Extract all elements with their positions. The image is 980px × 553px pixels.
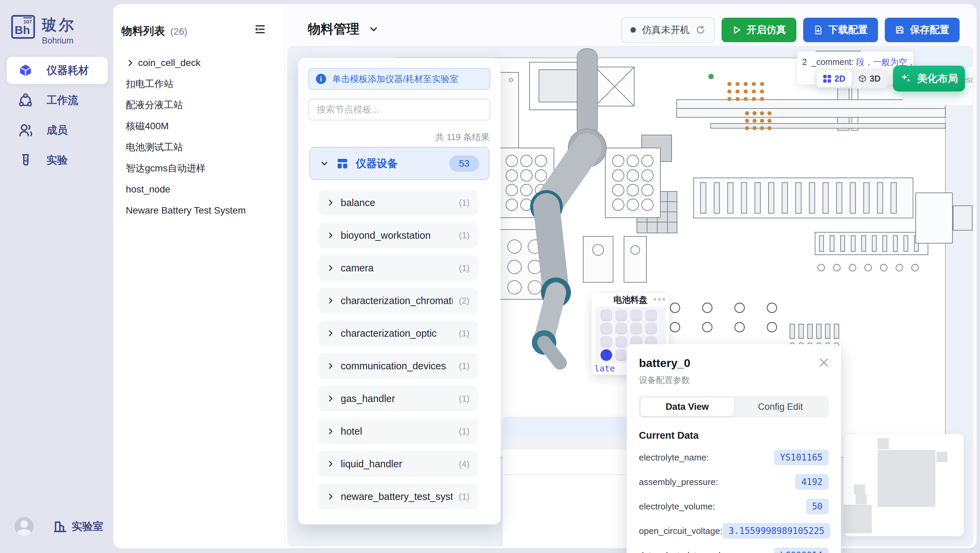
- grid-2d-icon: [823, 75, 831, 83]
- minimap[interactable]: [843, 433, 964, 536]
- tray-slot-selected[interactable]: [600, 349, 612, 361]
- template-item-label: neware_battery_test_system: [341, 491, 453, 502]
- tooltip-prefix: 2: [802, 57, 807, 67]
- material-item[interactable]: 电池测试工站: [113, 137, 284, 158]
- material-item[interactable]: host_node: [113, 179, 284, 200]
- toggle-2d[interactable]: 2D: [817, 70, 852, 87]
- collapse-panel-icon[interactable]: [254, 23, 266, 35]
- material-item[interactable]: Neware Battery Test System: [113, 200, 284, 221]
- sidebar-item-workflow[interactable]: 工作流: [7, 87, 108, 114]
- tray-slot[interactable]: [630, 323, 642, 334]
- material-item[interactable]: 智达gcms自动进样: [113, 158, 284, 179]
- workflow-icon: [19, 94, 32, 107]
- close-icon[interactable]: [818, 356, 830, 369]
- data-label: open_circuit_voltage:: [639, 526, 722, 536]
- user-avatar[interactable]: [14, 517, 33, 536]
- beautify-layout-button[interactable]: 美化布局: [893, 65, 965, 91]
- material-item[interactable]: 配液分液工站: [113, 94, 284, 116]
- chevron-right-icon: [326, 199, 335, 207]
- tray-slot[interactable]: [645, 309, 657, 321]
- download-config-button[interactable]: 下载配置: [803, 18, 878, 42]
- dashboard-icon: [337, 158, 347, 169]
- start-simulation-button[interactable]: 开启仿真: [722, 18, 796, 42]
- status-dot-icon: [630, 27, 636, 33]
- refresh-icon[interactable]: [696, 25, 705, 35]
- data-value: LG000014: [774, 548, 829, 553]
- tab-config-edit[interactable]: Config Edit: [734, 398, 827, 416]
- material-item[interactable]: 核磁400M: [113, 116, 284, 137]
- tray-slot[interactable]: [616, 323, 627, 334]
- tray-slot[interactable]: [645, 323, 657, 334]
- tray-slot[interactable]: [616, 349, 627, 361]
- tooltip-value: 段，一般为空，stat: [856, 57, 913, 67]
- template-item-neware-battery-test-system[interactable]: neware_battery_test_system (1): [318, 484, 478, 510]
- sidebar-item-label: 仪器耗材: [46, 63, 89, 78]
- materials-count: (26): [170, 26, 187, 37]
- template-item-label: liquid_handler: [341, 459, 453, 470]
- template-item-balance[interactable]: balance (1): [318, 190, 478, 216]
- data-row-open-circuit-voltage: open_circuit_voltage: 3.1559998989105225: [639, 523, 829, 539]
- data-value: 50: [806, 499, 829, 514]
- more-options-icon[interactable]: [654, 298, 665, 301]
- download-file-icon: [813, 25, 823, 35]
- sidebar-item-instruments[interactable]: 仪器耗材: [7, 57, 108, 84]
- template-item-camera[interactable]: camera (1): [318, 255, 478, 281]
- tray-slot[interactable]: [616, 309, 627, 321]
- toggle-3d[interactable]: 3D: [852, 70, 887, 87]
- template-hint-banner: i 单击模板添加仪器/耗材至实验室: [309, 68, 490, 90]
- chevron-right-icon: [326, 362, 335, 370]
- material-label: 核磁400M: [126, 120, 169, 133]
- data-label: data_electrolyte_code:: [639, 550, 728, 553]
- template-search-input[interactable]: [309, 99, 490, 120]
- data-row-assembly-pressure: assembly_pressure: 4192: [639, 474, 829, 490]
- cube-3d-icon: [858, 75, 866, 83]
- template-item-characterization-optic[interactable]: characterization_optic (1): [318, 320, 478, 346]
- template-item-gas-handler[interactable]: gas_handler (1): [318, 386, 478, 411]
- tray-slot[interactable]: [600, 336, 612, 347]
- material-label: host_node: [126, 184, 170, 195]
- template-panel: i 单击模板添加仪器/耗材至实验室 共 119 条结果 仪器设备 53 bala…: [298, 58, 501, 524]
- results-count: 共 119 条结果: [435, 131, 490, 143]
- save-config-button[interactable]: 保存配置: [885, 18, 959, 42]
- view-mode-toggle: 2D 3D: [815, 69, 888, 88]
- download-label: 下载配置: [828, 23, 868, 37]
- material-label: coin_cell_deck: [138, 57, 200, 69]
- tray-slot[interactable]: [600, 323, 612, 334]
- template-item-liquid-handler[interactable]: liquid_handler (4): [318, 451, 478, 477]
- play-icon: [732, 25, 741, 35]
- tray-slot[interactable]: [630, 309, 642, 321]
- data-label: electrolyte_volume:: [639, 501, 715, 512]
- material-item-coin-cell-deck[interactable]: coin_cell_deck: [113, 53, 284, 73]
- bohrium-logo: 107 Bh 玻尔 Bohrium: [11, 15, 76, 46]
- chevron-right-icon: [126, 59, 135, 67]
- page-title: 物料管理: [308, 21, 360, 38]
- template-item-bioyond-workstation[interactable]: bioyond_workstation (1): [318, 222, 478, 248]
- category-instruments[interactable]: 仪器设备 53: [309, 147, 489, 180]
- data-row-electrolyte-name: electrolyte_name: YS101165: [639, 449, 829, 465]
- tray-slot[interactable]: [616, 336, 627, 347]
- info-icon: i: [316, 74, 326, 84]
- save-label: 保存配置: [910, 23, 950, 37]
- category-count-badge: 53: [449, 155, 479, 172]
- template-item-hotel[interactable]: hotel (1): [318, 418, 478, 444]
- tab-data-view[interactable]: Data View: [641, 398, 734, 416]
- current-data-heading: Current Data: [639, 430, 829, 441]
- page-title-dropdown[interactable]: 物料管理: [308, 21, 379, 38]
- data-label: electrolyte_name:: [639, 452, 709, 463]
- template-item-communication-devices[interactable]: communication_devices (1): [318, 353, 478, 379]
- sidebar-item-experiments[interactable]: 实验: [7, 147, 108, 174]
- tray-slot[interactable]: [600, 309, 612, 321]
- sparkles-icon: [900, 73, 912, 84]
- materials-list: coin_cell_deck 扣电工作站 配液分液工站 核磁400M 电池测试工…: [113, 53, 284, 221]
- sidebar-item-members[interactable]: 成员: [7, 117, 108, 144]
- template-item-characterization-chromatic[interactable]: characterization_chromatic (2): [318, 288, 478, 314]
- template-item-label: gas_handler: [341, 393, 453, 404]
- simulation-status-pill[interactable]: 仿真未开机: [621, 17, 715, 43]
- template-item-label: bioyond_workstation: [341, 230, 453, 241]
- status-label: 仿真未开机: [642, 24, 690, 37]
- lab-switcher[interactable]: 实验室: [53, 520, 103, 534]
- chevron-down-icon: [320, 159, 329, 168]
- bohrium-logo-icon: 107 Bh: [11, 15, 35, 39]
- material-item[interactable]: 扣电工作站: [113, 73, 284, 94]
- start-label: 开启仿真: [747, 23, 786, 37]
